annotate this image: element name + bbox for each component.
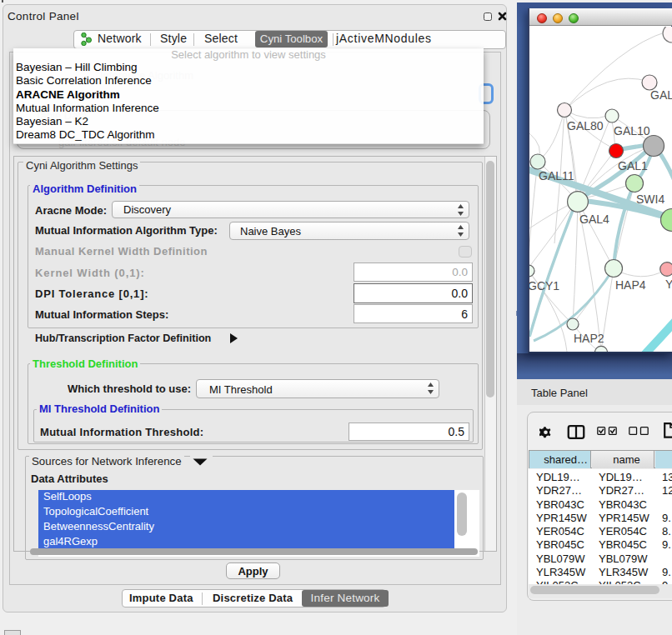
svg-text:HAP2: HAP2 <box>574 332 604 345</box>
svg-text:SWI4: SWI4 <box>636 192 664 206</box>
svg-text:GAL80: GAL80 <box>567 119 604 132</box>
svg-text:GAL4: GAL4 <box>579 212 609 226</box>
svg-text:GAL10: GAL10 <box>614 124 650 138</box>
svg-text:GAL1: GAL1 <box>618 159 648 172</box>
svg-text:GAL11: GAL11 <box>539 169 574 182</box>
svg-text:HAP4: HAP4 <box>615 278 646 292</box>
svg-text:GCY1: GCY1 <box>529 279 559 292</box>
svg-text:GAL7: GAL7 <box>650 88 672 102</box>
svg-text:Y: Y <box>665 278 672 291</box>
